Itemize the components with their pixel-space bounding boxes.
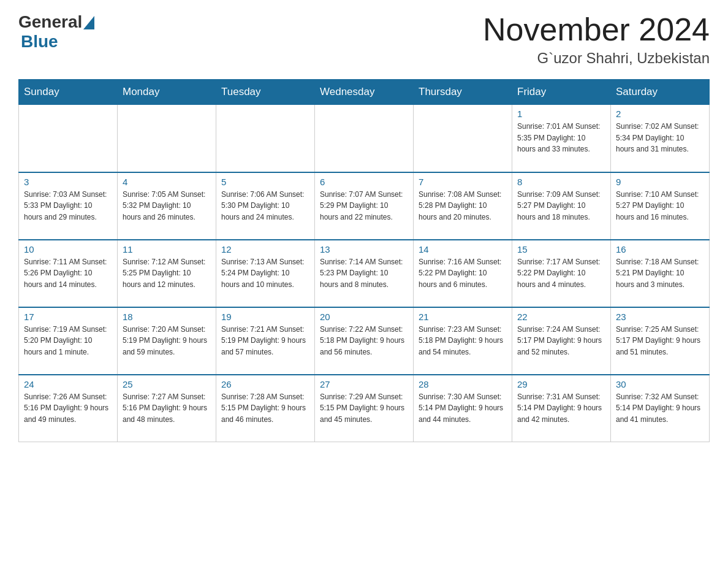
day-info: Sunrise: 7:28 AM Sunset: 5:15 PM Dayligh… (221, 391, 309, 426)
day-info: Sunrise: 7:27 AM Sunset: 5:16 PM Dayligh… (123, 391, 211, 426)
calendar-cell: 14Sunrise: 7:16 AM Sunset: 5:22 PM Dayli… (414, 240, 512, 307)
day-info: Sunrise: 7:22 AM Sunset: 5:18 PM Dayligh… (320, 324, 408, 358)
location-title: G`uzor Shahri, Uzbekistan (483, 50, 710, 67)
day-info: Sunrise: 7:31 AM Sunset: 5:14 PM Dayligh… (517, 391, 605, 426)
day-info: Sunrise: 7:19 AM Sunset: 5:20 PM Dayligh… (24, 324, 112, 358)
day-number: 1 (517, 109, 605, 119)
logo-triangle-icon (83, 16, 94, 29)
calendar-cell (19, 105, 118, 172)
day-info: Sunrise: 7:32 AM Sunset: 5:14 PM Dayligh… (616, 391, 704, 426)
calendar-cell: 24Sunrise: 7:26 AM Sunset: 5:16 PM Dayli… (19, 375, 118, 442)
day-info: Sunrise: 7:18 AM Sunset: 5:21 PM Dayligh… (616, 256, 704, 291)
svg-marker-0 (83, 16, 94, 29)
calendar-cell: 29Sunrise: 7:31 AM Sunset: 5:14 PM Dayli… (512, 375, 611, 442)
day-number: 29 (517, 379, 605, 389)
logo-blue-text: Blue (21, 32, 58, 52)
day-number: 28 (419, 379, 507, 389)
logo-general-text: General (18, 12, 82, 32)
calendar-header-row: SundayMondayTuesdayWednesdayThursdayFrid… (19, 80, 710, 105)
logo: General Blue (18, 12, 94, 52)
day-number: 21 (419, 312, 507, 322)
month-title: November 2024 (483, 12, 710, 47)
day-info: Sunrise: 7:08 AM Sunset: 5:28 PM Dayligh… (419, 189, 507, 223)
title-block: November 2024 G`uzor Shahri, Uzbekistan (483, 12, 710, 67)
calendar-cell: 4Sunrise: 7:05 AM Sunset: 5:32 PM Daylig… (118, 172, 216, 240)
day-info: Sunrise: 7:26 AM Sunset: 5:16 PM Dayligh… (24, 391, 112, 426)
calendar-cell: 26Sunrise: 7:28 AM Sunset: 5:15 PM Dayli… (216, 375, 315, 442)
header-tuesday: Tuesday (216, 80, 315, 105)
calendar-table: SundayMondayTuesdayWednesdayThursdayFrid… (18, 79, 710, 442)
day-info: Sunrise: 7:29 AM Sunset: 5:15 PM Dayligh… (320, 391, 408, 426)
header-thursday: Thursday (414, 80, 512, 105)
calendar-cell: 18Sunrise: 7:20 AM Sunset: 5:19 PM Dayli… (118, 307, 216, 375)
calendar-cell: 11Sunrise: 7:12 AM Sunset: 5:25 PM Dayli… (118, 240, 216, 307)
calendar-cell: 30Sunrise: 7:32 AM Sunset: 5:14 PM Dayli… (611, 375, 710, 442)
day-info: Sunrise: 7:17 AM Sunset: 5:22 PM Dayligh… (517, 256, 605, 291)
calendar-cell (118, 105, 216, 172)
day-number: 3 (24, 177, 112, 187)
calendar-cell: 6Sunrise: 7:07 AM Sunset: 5:29 PM Daylig… (315, 172, 414, 240)
header-saturday: Saturday (611, 80, 710, 105)
day-number: 7 (419, 177, 507, 187)
day-number: 16 (616, 244, 704, 255)
header-monday: Monday (118, 80, 216, 105)
day-info: Sunrise: 7:14 AM Sunset: 5:23 PM Dayligh… (320, 256, 408, 291)
header-wednesday: Wednesday (315, 80, 414, 105)
calendar-cell: 23Sunrise: 7:25 AM Sunset: 5:17 PM Dayli… (611, 307, 710, 375)
calendar-week-1: 1Sunrise: 7:01 AM Sunset: 5:35 PM Daylig… (19, 105, 710, 172)
day-info: Sunrise: 7:11 AM Sunset: 5:26 PM Dayligh… (24, 256, 112, 291)
day-info: Sunrise: 7:30 AM Sunset: 5:14 PM Dayligh… (419, 391, 507, 426)
day-number: 11 (123, 244, 211, 255)
day-info: Sunrise: 7:07 AM Sunset: 5:29 PM Dayligh… (320, 189, 408, 223)
day-info: Sunrise: 7:12 AM Sunset: 5:25 PM Dayligh… (123, 256, 211, 291)
day-number: 14 (419, 244, 507, 255)
day-number: 13 (320, 244, 408, 255)
day-number: 4 (123, 177, 211, 187)
calendar-cell: 10Sunrise: 7:11 AM Sunset: 5:26 PM Dayli… (19, 240, 118, 307)
day-number: 30 (616, 379, 704, 389)
calendar-cell: 1Sunrise: 7:01 AM Sunset: 5:35 PM Daylig… (512, 105, 611, 172)
day-info: Sunrise: 7:25 AM Sunset: 5:17 PM Dayligh… (616, 324, 704, 358)
calendar-cell (315, 105, 414, 172)
calendar-week-3: 10Sunrise: 7:11 AM Sunset: 5:26 PM Dayli… (19, 240, 710, 307)
day-info: Sunrise: 7:09 AM Sunset: 5:27 PM Dayligh… (517, 189, 605, 223)
day-number: 26 (221, 379, 309, 389)
day-info: Sunrise: 7:13 AM Sunset: 5:24 PM Dayligh… (221, 256, 309, 291)
day-number: 27 (320, 379, 408, 389)
day-info: Sunrise: 7:21 AM Sunset: 5:19 PM Dayligh… (221, 324, 309, 358)
day-info: Sunrise: 7:03 AM Sunset: 5:33 PM Dayligh… (24, 189, 112, 223)
day-info: Sunrise: 7:20 AM Sunset: 5:19 PM Dayligh… (123, 324, 211, 358)
day-number: 5 (221, 177, 309, 187)
calendar-cell: 12Sunrise: 7:13 AM Sunset: 5:24 PM Dayli… (216, 240, 315, 307)
day-number: 18 (123, 312, 211, 322)
calendar-cell (216, 105, 315, 172)
day-number: 9 (616, 177, 704, 187)
header-sunday: Sunday (19, 80, 118, 105)
calendar-cell: 5Sunrise: 7:06 AM Sunset: 5:30 PM Daylig… (216, 172, 315, 240)
day-number: 24 (24, 379, 112, 389)
day-number: 6 (320, 177, 408, 187)
calendar-week-2: 3Sunrise: 7:03 AM Sunset: 5:33 PM Daylig… (19, 172, 710, 240)
calendar-week-5: 24Sunrise: 7:26 AM Sunset: 5:16 PM Dayli… (19, 375, 710, 442)
calendar-cell: 20Sunrise: 7:22 AM Sunset: 5:18 PM Dayli… (315, 307, 414, 375)
calendar-cell (414, 105, 512, 172)
calendar-cell: 27Sunrise: 7:29 AM Sunset: 5:15 PM Dayli… (315, 375, 414, 442)
calendar-week-4: 17Sunrise: 7:19 AM Sunset: 5:20 PM Dayli… (19, 307, 710, 375)
day-number: 10 (24, 244, 112, 255)
day-info: Sunrise: 7:05 AM Sunset: 5:32 PM Dayligh… (123, 189, 211, 223)
day-number: 23 (616, 312, 704, 322)
calendar-cell: 25Sunrise: 7:27 AM Sunset: 5:16 PM Dayli… (118, 375, 216, 442)
page-header: General Blue November 2024 G`uzor Shahri… (18, 12, 710, 67)
day-number: 25 (123, 379, 211, 389)
calendar-cell: 13Sunrise: 7:14 AM Sunset: 5:23 PM Dayli… (315, 240, 414, 307)
calendar-cell: 15Sunrise: 7:17 AM Sunset: 5:22 PM Dayli… (512, 240, 611, 307)
day-number: 17 (24, 312, 112, 322)
day-info: Sunrise: 7:01 AM Sunset: 5:35 PM Dayligh… (517, 121, 605, 155)
day-number: 2 (616, 109, 704, 119)
calendar-cell: 3Sunrise: 7:03 AM Sunset: 5:33 PM Daylig… (19, 172, 118, 240)
calendar-cell: 16Sunrise: 7:18 AM Sunset: 5:21 PM Dayli… (611, 240, 710, 307)
calendar-cell: 19Sunrise: 7:21 AM Sunset: 5:19 PM Dayli… (216, 307, 315, 375)
calendar-cell: 8Sunrise: 7:09 AM Sunset: 5:27 PM Daylig… (512, 172, 611, 240)
day-info: Sunrise: 7:16 AM Sunset: 5:22 PM Dayligh… (419, 256, 507, 291)
calendar-cell: 28Sunrise: 7:30 AM Sunset: 5:14 PM Dayli… (414, 375, 512, 442)
